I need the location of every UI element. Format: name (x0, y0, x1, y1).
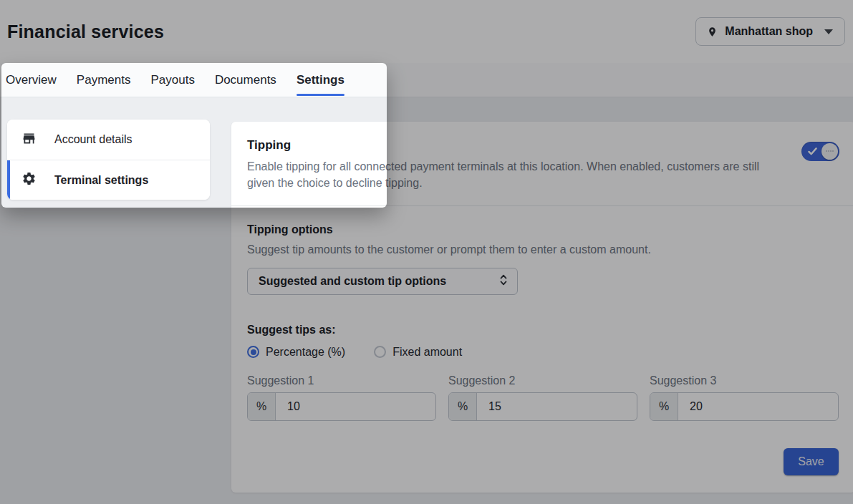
suggestion-3-label: Suggestion 3 (650, 374, 839, 387)
radio-unselected-icon[interactable] (374, 346, 386, 358)
suggest-tips-radio-group: Percentage (%) Fixed amount (247, 346, 839, 359)
percent-prefix: % (248, 393, 276, 420)
radio-percentage-label: Percentage (%) (266, 346, 345, 359)
sidebar-item-terminal-settings[interactable]: Terminal settings (7, 160, 210, 200)
tipping-options-section: Tipping options Suggest tip amounts to t… (231, 206, 853, 492)
toggle-knob (821, 143, 838, 160)
suggest-tips-block: Suggest tips as: Percentage (%) Fixed am… (247, 324, 839, 359)
sidebar-item-label: Terminal settings (54, 174, 148, 187)
suggest-tips-label: Suggest tips as: (247, 324, 839, 336)
tipping-options-title: Tipping options (247, 223, 839, 236)
chevron-down-icon (824, 29, 833, 34)
tipping-options-select[interactable]: Suggested and custom tip options (247, 268, 518, 295)
suggestion-1-label: Suggestion 1 (247, 374, 436, 387)
tipping-toggle[interactable] (801, 142, 839, 161)
suggestion-3-field: Suggestion 3 % (650, 374, 839, 421)
grip-dots-icon (826, 150, 834, 152)
suggestion-2-input[interactable] (477, 393, 637, 420)
location-pin-icon (707, 25, 718, 39)
tab-bar: Overview Payments Payouts Documents Sett… (0, 63, 853, 97)
percent-prefix: % (449, 393, 477, 420)
unfold-chevrons-icon (498, 273, 509, 289)
tab-payments[interactable]: Payments (77, 63, 131, 97)
tab-settings[interactable]: Settings (297, 63, 344, 97)
storefront-icon (21, 131, 37, 149)
gear-icon (21, 171, 37, 189)
content-area: Account details Terminal settings Tippin… (0, 97, 853, 493)
suggestion-fields: Suggestion 1 % Suggestion 2 % Suggestion… (247, 374, 839, 421)
suggestion-3-input[interactable] (678, 393, 838, 420)
radio-fixed-amount-label: Fixed amount (392, 346, 462, 359)
suggestion-1-field: Suggestion 1 % (247, 374, 436, 421)
suggestion-2-label: Suggestion 2 (448, 374, 637, 387)
page-title: Financial services (7, 21, 164, 42)
location-selector-label: Manhattan shop (725, 25, 813, 38)
select-value: Suggested and custom tip options (259, 275, 446, 288)
sidebar-item-account-details[interactable]: Account details (7, 120, 210, 160)
tab-overview[interactable]: Overview (6, 63, 57, 97)
location-selector-button[interactable]: Manhattan shop (695, 17, 845, 46)
suggestion-1-input-group: % (247, 392, 436, 421)
suggestion-2-field: Suggestion 2 % (448, 374, 637, 421)
save-button[interactable]: Save (784, 448, 839, 475)
tipping-title: Tipping (247, 138, 766, 152)
save-row: Save (247, 448, 839, 475)
tab-documents[interactable]: Documents (215, 63, 276, 97)
sidebar-item-label: Account details (54, 133, 132, 146)
app-header: Financial services Manhattan shop (0, 0, 853, 63)
terminal-settings-card: Tipping Enable tipping for all connected… (231, 122, 853, 493)
radio-fixed-amount[interactable]: Fixed amount (374, 346, 462, 359)
suggestion-3-input-group: % (650, 392, 839, 421)
tipping-options-description: Suggest tip amounts to the customer or p… (247, 241, 839, 258)
suggestion-2-input-group: % (448, 392, 637, 421)
radio-selected-icon[interactable] (247, 346, 259, 358)
check-icon (808, 145, 817, 158)
tipping-description: Enable tipping for all connected payment… (247, 158, 766, 191)
settings-sidebar: Account details Terminal settings (7, 120, 210, 200)
radio-percentage[interactable]: Percentage (%) (247, 346, 345, 359)
tab-payouts[interactable]: Payouts (150, 63, 194, 97)
suggestion-1-input[interactable] (276, 393, 435, 420)
tipping-header-section: Tipping Enable tipping for all connected… (231, 122, 853, 205)
percent-prefix: % (650, 393, 678, 420)
